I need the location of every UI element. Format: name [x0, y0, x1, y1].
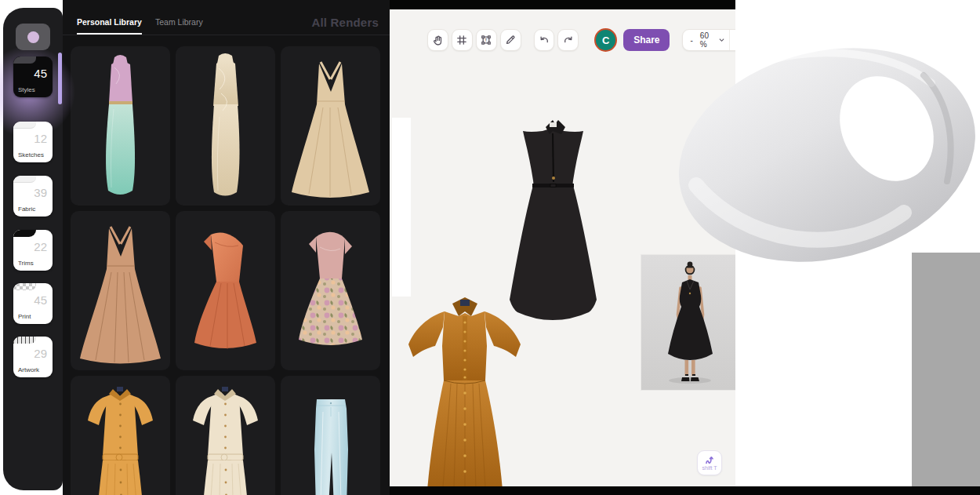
pen-tool-icon[interactable] — [500, 29, 521, 51]
fabric-label: Fabric — [18, 206, 35, 213]
share-button[interactable]: Share — [623, 29, 670, 51]
squiggle-icon — [705, 456, 715, 464]
sketches-count: 12 — [34, 132, 47, 145]
transform-text-tool-icon[interactable]: T — [476, 29, 497, 51]
folder-tab — [13, 56, 36, 64]
sidebar-item-artwork[interactable]: 29 Artwork — [13, 337, 53, 377]
print-label: Print — [18, 313, 31, 320]
folder-tab — [13, 122, 36, 129]
styles-count: 45 — [34, 67, 47, 80]
print-count: 45 — [34, 293, 47, 307]
sidebar-item-print[interactable]: 45 Print — [13, 283, 53, 324]
render-tile-bronze-halter-gown[interactable] — [71, 211, 170, 370]
shortcut-hint-label: shift T — [702, 465, 717, 471]
zoom-in-button[interactable]: + — [729, 30, 735, 50]
sidebar-item-sketches[interactable]: 12 Sketches — [13, 122, 53, 162]
canvas-toolbar: T — [427, 28, 735, 52]
hand-tool-icon[interactable] — [427, 29, 448, 51]
library-panel: Personal Library Team Library All Render… — [63, 0, 390, 495]
redo-icon[interactable] — [557, 29, 579, 51]
frame-tool-icon[interactable] — [452, 29, 473, 51]
canvas-window: T — [390, 0, 735, 495]
artwork-label: Artwork — [18, 366, 39, 373]
render-tile-blue-trousers[interactable] — [281, 376, 380, 495]
render-tile-mustard-shirt-dress[interactable] — [71, 376, 170, 495]
velvet-shirt-dress-object[interactable] — [405, 296, 524, 486]
gray-panel — [912, 253, 980, 486]
render-tile-cream-shirt-dress[interactable] — [176, 376, 275, 495]
library-title: All Renders — [311, 16, 379, 29]
tabs-divider — [63, 35, 390, 35]
render-grid — [71, 46, 380, 495]
avatar[interactable]: C — [594, 28, 617, 52]
white-frame-object[interactable] — [392, 118, 411, 297]
zoom-out-button[interactable]: - — [683, 36, 699, 45]
styles-label: Styles — [18, 86, 35, 93]
sidebar-item-trims[interactable]: 22 Trims — [13, 230, 53, 271]
zoom-level-dropdown[interactable]: 60 % — [700, 31, 724, 49]
bottom-frame-band — [735, 486, 980, 495]
model-lookbook-photo-object[interactable] — [641, 255, 735, 390]
trims-label: Trims — [18, 260, 34, 267]
tab-team-library[interactable]: Team Library — [155, 17, 203, 33]
folder-tab — [13, 337, 36, 344]
webcam-icon[interactable] — [16, 24, 50, 50]
folder-tab — [13, 176, 36, 183]
sidebar-item-styles[interactable]: 45 Styles — [13, 56, 53, 97]
render-tile-floral-dress[interactable] — [281, 211, 380, 370]
fabric-count: 39 — [34, 186, 47, 199]
sidebar: 45 Styles 12 Sketches 39 Fabric 22 Trims… — [3, 8, 63, 490]
trims-count: 22 — [34, 240, 47, 253]
render-tile-colorblock-gown[interactable] — [71, 46, 170, 206]
sidebar-scrollbar-thumb[interactable] — [58, 53, 62, 104]
webcam-lens — [27, 31, 39, 43]
folder-tab — [13, 283, 36, 290]
folder-tab — [13, 230, 36, 237]
design-canvas[interactable]: T — [390, 9, 735, 486]
chevron-down-icon — [719, 38, 724, 42]
render-tile-champagne-halter-gown[interactable] — [281, 46, 380, 206]
shortcut-hint-button[interactable]: shift T — [697, 450, 722, 475]
tab-personal-library[interactable]: Personal Library — [77, 17, 142, 35]
sidebar-item-fabric[interactable]: 39 Fabric — [13, 176, 53, 217]
zoom-level-value: 60 % — [700, 31, 716, 49]
undo-icon[interactable] — [534, 29, 555, 51]
render-tile-champagne-column-gown[interactable] — [176, 46, 275, 206]
zoom-control: - 60 % + — [682, 29, 735, 51]
render-tile-terracotta-dress[interactable] — [176, 211, 275, 370]
page: Personal Library Team Library All Render… — [0, 0, 980, 495]
sketches-label: Sketches — [18, 151, 44, 158]
svg-text:T: T — [485, 37, 488, 42]
artwork-count: 29 — [34, 347, 47, 360]
